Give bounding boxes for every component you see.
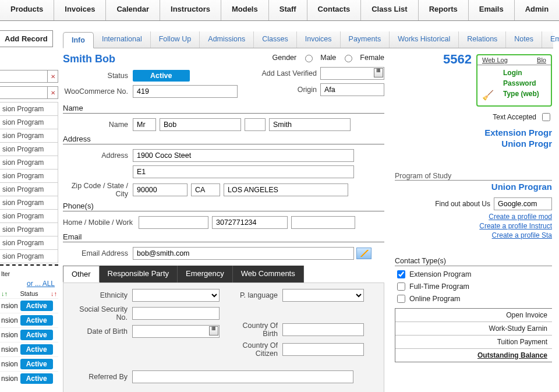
filter-all-link[interactable]: or ... ALL	[0, 278, 58, 289]
origin-input[interactable]	[320, 83, 384, 96]
ethnicity-select[interactable]	[132, 289, 220, 302]
program-of-study-value[interactable]: Union Progran	[395, 182, 552, 192]
tab-emergency[interactable]: Emergency	[178, 266, 233, 282]
union-program-link[interactable]: Union Progr	[395, 139, 552, 149]
list-item[interactable]: nsion	[1, 331, 18, 339]
list-item[interactable]: sion Program	[0, 182, 58, 196]
list-item[interactable]: sion Program	[0, 223, 58, 236]
list-item[interactable]: sion Program	[0, 236, 58, 250]
tab-invoices[interactable]: Invoices	[297, 31, 341, 48]
tab-relations[interactable]: Relations	[459, 31, 506, 48]
topnav-admin[interactable]: Admin	[515, 0, 559, 20]
topnav-calendar[interactable]: Calendar	[106, 0, 160, 20]
sidebar-search-2-input[interactable]	[0, 87, 47, 98]
gender-female-radio[interactable]	[345, 55, 352, 62]
mobile-phone-input[interactable]	[212, 216, 288, 229]
cob-input[interactable]	[282, 323, 364, 336]
ctype-fulltime-checkbox[interactable]	[397, 282, 405, 291]
list-item[interactable]: sion Program	[0, 115, 58, 129]
tab-works[interactable]: Works Historical	[390, 31, 459, 48]
find-out-input[interactable]	[494, 197, 552, 210]
tab-info[interactable]: Info	[63, 32, 94, 48]
add-record-button[interactable]: Add Record	[0, 30, 53, 47]
list-item[interactable]: sion Program	[0, 196, 58, 210]
topnav-invoices[interactable]: Invoices	[54, 0, 106, 20]
plang-select[interactable]	[282, 289, 364, 302]
tab-admissions[interactable]: Admissions	[200, 31, 254, 48]
clear-filter-2-icon[interactable]: ✕	[47, 87, 58, 98]
create-profile-mod-link[interactable]: Create a profile mod	[395, 213, 552, 221]
status-value[interactable]: Active	[133, 70, 190, 82]
name-title-input[interactable]	[133, 118, 156, 131]
address-line2-input[interactable]	[133, 165, 354, 178]
tab-emails[interactable]: Emails	[542, 31, 559, 48]
city-input[interactable]	[224, 183, 348, 196]
status-badge: Active	[20, 344, 53, 355]
sidebar-search-input[interactable]	[0, 70, 47, 82]
list-item[interactable]: sion Program	[0, 102, 58, 116]
list-item[interactable]: sion Program	[0, 209, 58, 223]
list-item[interactable]: nsion	[1, 316, 18, 324]
address-line1-input[interactable]	[133, 149, 354, 162]
home-phone-input[interactable]	[139, 216, 208, 229]
topnav-emails[interactable]: Emails	[469, 0, 515, 20]
broom-icon[interactable]: 🧹	[482, 90, 494, 101]
work-phone-input[interactable]	[291, 216, 355, 229]
weblog-login-link[interactable]: Login	[503, 69, 546, 77]
extension-program-link[interactable]: Extension Progr	[395, 128, 552, 137]
topnav-models[interactable]: Models	[221, 0, 269, 20]
create-profile-sta-link[interactable]: Create a profile Sta	[395, 231, 552, 239]
topnav-classlist[interactable]: Class List	[361, 0, 418, 20]
dob-input[interactable]	[132, 325, 220, 338]
tab-responsible[interactable]: Responsible Party	[100, 266, 178, 282]
create-profile-instruct-link[interactable]: Create a profile Instruct	[395, 222, 552, 230]
topnav-instructors[interactable]: Instructors	[160, 0, 221, 20]
tab-classes[interactable]: Classes	[254, 31, 296, 48]
list-item[interactable]: nsion	[1, 360, 18, 368]
list-item[interactable]: nsion	[1, 345, 18, 354]
woocommerce-input[interactable]	[133, 85, 238, 98]
ssn-input[interactable]	[132, 307, 220, 320]
list-item[interactable]: nsion	[1, 302, 18, 310]
middle-name-input[interactable]	[245, 118, 266, 131]
tab-webcomments[interactable]: Web Comments	[233, 266, 304, 282]
referred-by-input[interactable]	[132, 370, 353, 383]
first-name-input[interactable]	[160, 118, 241, 131]
list-item[interactable]: nsion	[1, 375, 18, 383]
last-name-input[interactable]	[269, 118, 351, 131]
list-item[interactable]: sion Program	[0, 156, 58, 169]
coc-label: Country Of Citizen	[227, 341, 282, 358]
topnav-reports[interactable]: Reports	[419, 0, 469, 20]
calendar-icon[interactable]: ▦	[209, 326, 218, 336]
tab-followup[interactable]: Follow Up	[151, 31, 200, 48]
weblog-block[interactable]: Blo	[537, 56, 546, 63]
zip-input[interactable]	[133, 183, 187, 196]
tab-international[interactable]: International	[94, 31, 151, 48]
tab-payments[interactable]: Payments	[341, 31, 390, 48]
weblog-header[interactable]: Web Log	[482, 56, 508, 63]
topnav-staff[interactable]: Staff	[269, 0, 307, 20]
tab-other[interactable]: Other	[63, 266, 100, 282]
clear-filter-icon[interactable]: ✕	[47, 70, 58, 82]
gender-male-radio[interactable]	[305, 55, 313, 62]
weblog-type-link[interactable]: Type (web)	[503, 90, 546, 98]
tab-notes[interactable]: Notes	[506, 31, 542, 48]
list-item[interactable]: sion Program	[0, 169, 58, 183]
send-mail-icon[interactable]	[356, 248, 372, 259]
sort-desc-icon[interactable]: ↓↑	[51, 290, 57, 297]
topnav-contacts[interactable]: Contacts	[307, 0, 362, 20]
state-input[interactable]	[191, 183, 220, 196]
email-input[interactable]	[133, 247, 354, 260]
list-item[interactable]: sion Program	[0, 249, 58, 263]
list-item[interactable]: sion Program	[0, 129, 58, 143]
sort-asc-icon[interactable]: ↓↑	[1, 290, 8, 297]
weblog-password-link[interactable]: Password	[503, 79, 546, 87]
coc-input[interactable]	[282, 343, 364, 356]
fee-outstanding: Outstanding Balance	[395, 349, 552, 362]
ctype-extension-checkbox[interactable]	[397, 270, 405, 278]
calendar-icon[interactable]: ▦	[374, 68, 383, 77]
list-item[interactable]: sion Program	[0, 142, 58, 156]
topnav-products[interactable]: Products	[0, 0, 54, 20]
text-accepted-checkbox[interactable]	[542, 113, 550, 121]
ctype-online-checkbox[interactable]	[397, 295, 405, 303]
